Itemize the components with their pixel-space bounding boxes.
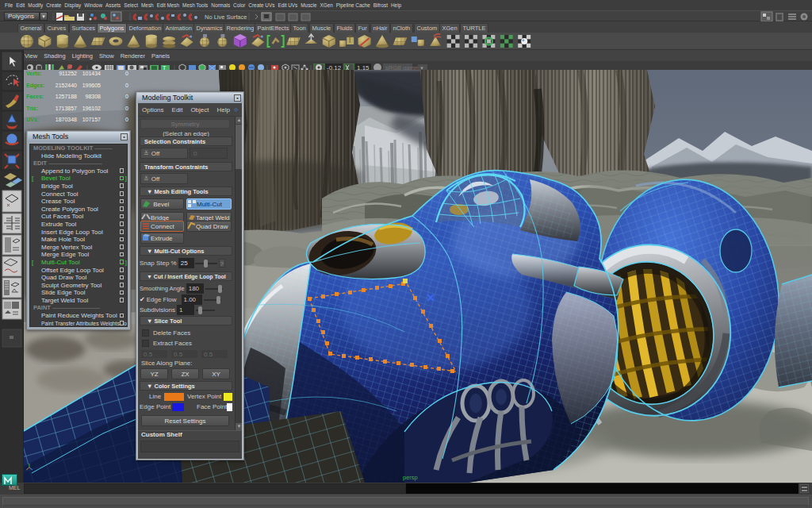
svg-text:No Live Surface: No Live Surface [205, 13, 247, 21]
